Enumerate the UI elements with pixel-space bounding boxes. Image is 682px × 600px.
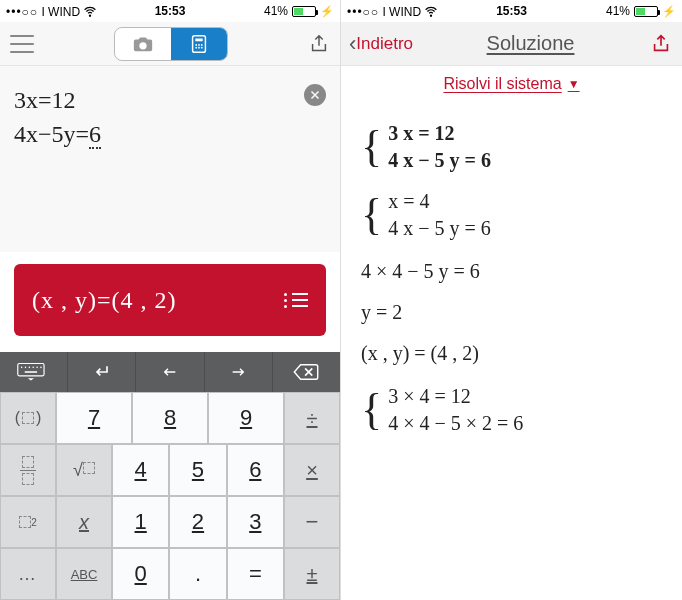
battery-icon [634,6,658,17]
svg-point-9 [20,367,22,369]
solution-steps: { 3 x = 124 x − 5 y = 6 { x = 44 x − 5 y… [341,102,682,459]
step-3: 4 × 4 − 5 y = 6 [361,260,662,283]
svg-point-2 [195,44,197,46]
key-7[interactable]: 7 [56,392,132,444]
svg-rect-1 [195,38,202,41]
svg-point-7 [201,46,203,48]
method-dropdown[interactable]: Risolvi il sistema ▼ [341,66,682,102]
key-5[interactable]: 5 [169,444,226,496]
signal-dots: •••○○ I WIND [347,4,438,19]
status-time: 15:53 [496,4,527,18]
keyboard-toolbar [0,352,340,392]
svg-point-3 [198,44,200,46]
clear-button[interactable] [304,84,326,106]
key-dot[interactable]: . [169,548,226,600]
page-title: Soluzione [487,32,575,55]
status-bar: •••○○ I WIND 15:53 41% ⚡ [341,0,682,22]
back-button[interactable]: Indietro [356,34,413,54]
system-3: { 3 × 4 = 124 × 4 − 5 × 2 = 6 [361,383,662,437]
key-2[interactable]: 2 [169,496,226,548]
key-multiply[interactable]: × [284,444,340,496]
battery-percent: 41% [606,4,630,18]
screen-editor: •••○○ I WIND 15:53 41% ⚡ 3x=12 4x−5y=6 [0,0,341,600]
key-6[interactable]: 6 [227,444,284,496]
key-parens[interactable]: () [0,392,56,444]
step-4: y = 2 [361,301,662,324]
steps-icon [284,293,308,308]
status-time: 15:53 [155,4,186,18]
key-minus[interactable]: − [284,496,340,548]
svg-point-14 [40,367,42,369]
wifi-icon [83,5,97,19]
key-9[interactable]: 9 [208,392,284,444]
backspace-button[interactable] [273,352,340,392]
step-5: (x , y) = (4 , 2) [361,342,662,365]
svg-rect-15 [24,371,36,373]
mode-toggle [114,27,228,61]
key-x[interactable]: x [56,496,112,548]
svg-point-11 [28,367,30,369]
svg-point-5 [195,46,197,48]
system-2: { x = 44 x − 5 y = 6 [361,188,662,242]
svg-point-10 [24,367,26,369]
key-8[interactable]: 8 [132,392,208,444]
equation-line-2: 4x−5y=6 [14,118,326,152]
empty-area [0,161,340,252]
equation-line-1: 3x=12 [14,84,326,118]
chevron-down-icon: ▼ [568,77,580,91]
share-button[interactable] [306,31,332,57]
key-power[interactable]: 2 [0,496,56,548]
key-equals[interactable]: = [227,548,284,600]
menu-button[interactable] [8,33,36,55]
key-sqrt[interactable]: √ [56,444,112,496]
cursor-right-button[interactable] [205,352,273,392]
status-bar: •••○○ I WIND 15:53 41% ⚡ [0,0,340,22]
wifi-icon [424,5,438,19]
svg-point-4 [201,44,203,46]
svg-rect-8 [17,364,43,376]
key-0[interactable]: 0 [112,548,169,600]
key-divide[interactable]: ÷ [284,392,340,444]
screen-solution: •••○○ I WIND 15:53 41% ⚡ ‹ Indietro Solu… [341,0,682,600]
camera-mode-button[interactable] [115,28,171,60]
key-plusminus[interactable]: ± [284,548,340,600]
charging-icon: ⚡ [662,5,676,18]
svg-point-13 [36,367,38,369]
system-1: { 3 x = 124 x − 5 y = 6 [361,120,662,174]
signal-dots: •••○○ I WIND [6,4,97,19]
battery-percent: 41% [264,4,288,18]
back-chevron-icon[interactable]: ‹ [349,31,356,57]
equation-editor[interactable]: 3x=12 4x−5y=6 [0,66,340,161]
svg-point-6 [198,46,200,48]
header: ‹ Indietro Soluzione [341,22,682,66]
keypad-mode-button[interactable] [171,28,227,60]
hide-keyboard-button[interactable] [0,352,68,392]
battery-icon [292,6,316,17]
result-card[interactable]: (x , y)=(4 , 2) [14,264,326,336]
charging-icon: ⚡ [320,5,334,18]
key-more[interactable]: … [0,548,56,600]
svg-point-12 [32,367,34,369]
header [0,22,340,66]
newline-button[interactable] [68,352,136,392]
key-3[interactable]: 3 [227,496,284,548]
method-label: Risolvi il sistema [443,75,561,93]
share-button[interactable] [648,31,674,57]
key-abc[interactable]: ABC [56,548,112,600]
key-fraction[interactable] [0,444,56,496]
key-4[interactable]: 4 [112,444,169,496]
keypad: () 7 8 9 ÷ √ 4 5 6 × 2 x 1 2 3 − … ABC 0… [0,392,340,600]
cursor-left-button[interactable] [136,352,204,392]
key-1[interactable]: 1 [112,496,169,548]
result-text: (x , y)=(4 , 2) [32,287,177,314]
